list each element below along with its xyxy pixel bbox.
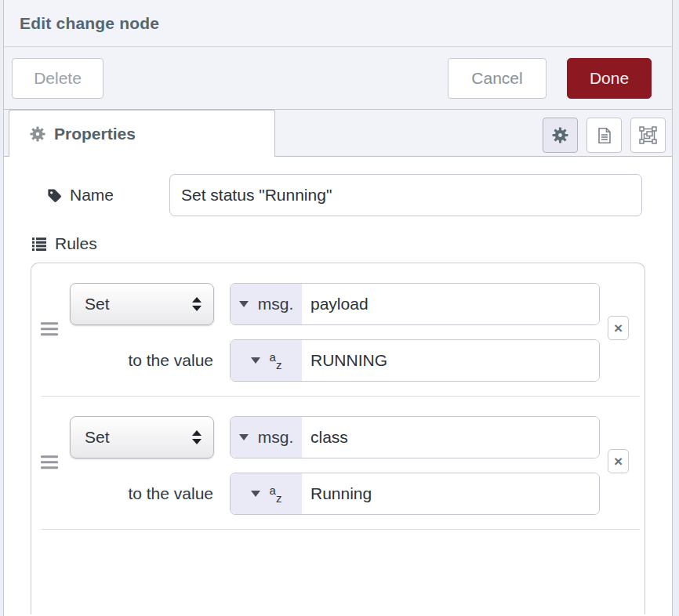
property-typed-input: msg.	[230, 283, 600, 325]
drag-handle-icon[interactable]	[39, 317, 60, 340]
property-input[interactable]	[302, 284, 599, 324]
value-typed-input: a z	[230, 473, 600, 515]
toolbar-right-group: Cancel Done	[448, 58, 652, 99]
dialog-title: Edit change node	[20, 14, 159, 33]
property-type-label: msg.	[258, 295, 294, 313]
rule-row: Set msg. to the value	[31, 397, 645, 529]
description-section-button[interactable]	[586, 118, 622, 153]
drag-handle-icon[interactable]	[39, 451, 60, 473]
select-arrows-icon	[192, 297, 202, 311]
property-type-button[interactable]: msg.	[231, 417, 302, 458]
value-input[interactable]	[302, 340, 599, 381]
tab-icon-buttons	[543, 118, 666, 153]
chevron-down-icon	[251, 491, 260, 497]
appearance-section-button[interactable]	[630, 118, 666, 153]
string-type-icon: a z	[270, 486, 282, 502]
rule-value-line: to the value a z	[70, 473, 645, 515]
chevron-down-icon	[239, 434, 249, 440]
delete-button[interactable]: Delete	[12, 58, 103, 99]
rule-property-line: Set msg.	[70, 283, 645, 325]
edit-node-dialog: Edit change node Delete Cancel Done	[3, 0, 673, 616]
properties-section-button[interactable]	[543, 118, 578, 153]
chevron-down-icon	[251, 357, 260, 364]
property-type-label: msg.	[258, 428, 294, 447]
value-typed-input: a z	[230, 339, 600, 382]
rule-action-select[interactable]: Set	[70, 416, 214, 458]
dialog-header: Edit change node	[4, 0, 672, 47]
done-button[interactable]: Done	[567, 58, 652, 99]
value-input[interactable]	[302, 473, 599, 514]
property-typed-input: msg.	[230, 416, 600, 458]
dialog-toolbar: Delete Cancel Done	[4, 47, 672, 110]
rules-label-group: Rules	[31, 234, 672, 253]
name-label: Name	[70, 186, 114, 205]
rule-action-value: Set	[85, 428, 110, 447]
name-input[interactable]	[169, 174, 642, 216]
value-type-button[interactable]: a z	[231, 340, 302, 381]
list-icon	[31, 235, 48, 252]
rules-label: Rules	[55, 234, 97, 253]
string-type-icon: a z	[270, 353, 282, 369]
properties-form: Name Rules Set	[4, 174, 672, 616]
name-label-group: Name	[46, 186, 169, 205]
select-arrows-icon	[192, 430, 202, 444]
gear-icon	[30, 126, 45, 142]
rules-list: Set msg. to the value	[31, 263, 645, 614]
to-the-value-label: to the value	[70, 484, 214, 503]
remove-rule-button[interactable]: ×	[608, 449, 629, 473]
appearance-icon	[638, 125, 658, 145]
rule-divider	[42, 529, 640, 530]
property-input[interactable]	[302, 417, 599, 458]
tab-properties[interactable]: Properties	[9, 110, 275, 157]
to-the-value-label: to the value	[70, 351, 214, 370]
property-type-button[interactable]: msg.	[231, 284, 302, 324]
value-type-button[interactable]: a z	[231, 473, 302, 514]
rule-row: Set msg. to the value	[31, 263, 645, 396]
tab-properties-label: Properties	[54, 125, 136, 143]
rule-action-value: Set	[85, 295, 110, 313]
remove-rule-button[interactable]: ×	[608, 316, 629, 340]
rule-value-line: to the value a z	[70, 339, 645, 382]
chevron-down-icon	[239, 301, 249, 307]
tag-icon	[46, 187, 63, 204]
rule-property-line: Set msg.	[70, 416, 645, 458]
cancel-button[interactable]: Cancel	[448, 58, 546, 99]
rule-action-select[interactable]: Set	[70, 283, 214, 325]
gear-icon	[552, 127, 568, 143]
name-row: Name	[46, 174, 642, 216]
editor-tabbar: Properties	[4, 110, 672, 157]
document-icon	[595, 126, 614, 145]
